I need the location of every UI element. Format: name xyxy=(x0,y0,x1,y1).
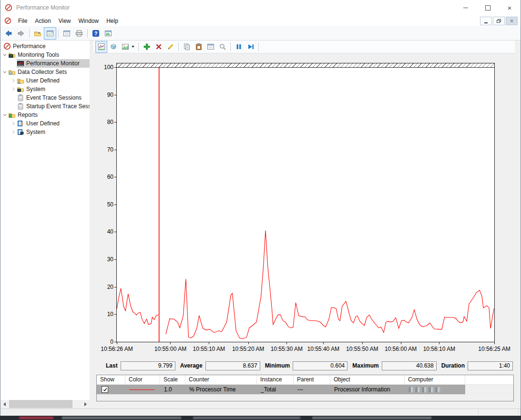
tree-item-content[interactable]: Performance Monitor xyxy=(17,59,90,68)
chevron-down-icon[interactable] xyxy=(1,51,8,59)
legend-column-counter[interactable]: Counter xyxy=(185,375,257,384)
tree-item-content[interactable]: User Defined xyxy=(17,119,90,128)
mdi-window-controls: × xyxy=(480,17,518,25)
folder-system-icon xyxy=(17,85,24,93)
tree-item-performance[interactable]: Performance xyxy=(0,42,90,51)
event-trace-icon: 01 xyxy=(17,94,24,102)
tree-item-content[interactable]: System xyxy=(17,128,90,136)
show-hide-console-tree-button[interactable] xyxy=(31,27,44,40)
stat-value-maximum: 40.638 xyxy=(382,361,437,370)
mdi-close-button[interactable]: × xyxy=(506,17,518,25)
tree-item-content[interactable]: Monitoring Tools xyxy=(8,51,90,59)
tree-item-label: Reports xyxy=(18,112,38,118)
x-axis-label: 10:56:10 AM xyxy=(419,346,459,352)
app-logo-icon-small xyxy=(4,17,11,24)
tree-item-content[interactable]: Data Collector Sets xyxy=(8,68,90,76)
tree-item-startup-event-trace-sessions[interactable]: 01Startup Event Trace Sessions xyxy=(0,102,90,111)
tree-item-user-defined[interactable]: User Defined xyxy=(0,76,90,85)
series-line xyxy=(117,288,158,325)
legend-column-computer[interactable]: Computer xyxy=(405,375,465,384)
tree-indent-spacer xyxy=(10,94,17,102)
y-axis-label: 40 xyxy=(94,228,113,235)
scrollbar-thumb[interactable] xyxy=(9,400,72,408)
menu-window[interactable]: Window xyxy=(75,16,103,26)
tree-item-event-trace-sessions[interactable]: 01Event Trace Sessions xyxy=(0,93,90,102)
y-axis-label: 80 xyxy=(94,119,113,125)
chevron-down-icon[interactable] xyxy=(1,111,8,119)
help-button[interactable]: ? xyxy=(90,27,102,40)
y-axis-label: 10 xyxy=(94,311,113,318)
chevron-right-icon[interactable] xyxy=(10,120,17,127)
scroll-right-arrow[interactable] xyxy=(82,400,90,408)
tree-item-user-defined[interactable]: User Defined xyxy=(0,119,90,128)
printer-icon xyxy=(75,30,83,37)
tree-item-label: Data Collector Sets xyxy=(18,69,67,75)
legend-cell-object: Processor Information xyxy=(330,385,405,394)
tree-item-label: Event Trace Sessions xyxy=(26,94,82,101)
legend-column-parent[interactable]: Parent xyxy=(294,375,330,384)
tree-item-label: Performance Monitor xyxy=(26,60,80,67)
folder-reports-icon xyxy=(8,111,16,119)
chevron-down-icon[interactable] xyxy=(1,68,8,76)
tree-item-data-collector-sets[interactable]: Data Collector Sets xyxy=(0,68,90,76)
legend-column-scale[interactable]: Scale xyxy=(160,375,185,384)
menu-view[interactable]: View xyxy=(55,16,75,26)
forward-button[interactable] xyxy=(15,27,27,40)
back-button[interactable] xyxy=(2,27,15,40)
chevron-right-icon[interactable] xyxy=(10,128,17,136)
legend-column-filler xyxy=(465,375,513,384)
tree-item-content[interactable]: 01Startup Event Trace Sessions xyxy=(17,102,90,111)
tree-item-system[interactable]: System xyxy=(0,85,90,93)
legend-column-color[interactable]: Color xyxy=(125,375,160,384)
x-axis-tick xyxy=(439,342,439,344)
close-button[interactable]: × xyxy=(499,0,521,15)
checkmark-icon xyxy=(102,387,107,392)
tree-item-content[interactable]: Reports xyxy=(8,111,90,119)
chevron-right-icon[interactable] xyxy=(10,85,17,93)
legend-column-instance[interactable]: Instance xyxy=(257,375,294,384)
caption-buttons: × xyxy=(455,0,521,15)
tree-horizontal-scrollbar[interactable] xyxy=(0,400,90,408)
tree-item-content[interactable]: System xyxy=(17,85,90,93)
x-axis-label: 10:55:50 AM xyxy=(342,346,382,352)
console-view-button[interactable] xyxy=(44,27,56,40)
minimize-button[interactable] xyxy=(455,0,477,15)
status-bar-separator xyxy=(478,410,479,415)
menu-file[interactable]: File xyxy=(14,16,31,26)
back-arrow-icon xyxy=(5,30,12,37)
print-button[interactable] xyxy=(73,27,85,40)
tree-item-performance-monitor[interactable]: Performance Monitor xyxy=(0,59,90,68)
tree-item-content[interactable]: Performance xyxy=(3,42,90,51)
scrollbar-track[interactable] xyxy=(9,400,82,408)
status-bar-separator xyxy=(518,410,519,415)
mdi-minimize-button[interactable] xyxy=(480,17,492,25)
blurred-background-content xyxy=(312,417,431,419)
scroll-left-arrow[interactable] xyxy=(0,400,9,408)
show-checkbox[interactable] xyxy=(102,386,108,393)
performance-view-button[interactable] xyxy=(102,27,114,40)
maximize-button[interactable] xyxy=(477,0,499,15)
main-toolbar: ? xyxy=(0,26,521,41)
tree-item-content[interactable]: User Defined xyxy=(17,76,90,85)
x-axis-label: 10:55:00 AM xyxy=(150,346,190,352)
blurred-background-content xyxy=(62,417,181,419)
y-axis-label: 60 xyxy=(94,174,113,180)
x-axis-tick xyxy=(170,342,171,344)
menu-action[interactable]: Action xyxy=(31,16,54,26)
legend-column-object[interactable]: Object xyxy=(330,375,405,384)
legend-column-show[interactable]: Show xyxy=(97,375,125,384)
tree-item-reports[interactable]: Reports xyxy=(0,111,90,119)
panel-splitter[interactable] xyxy=(90,41,93,408)
legend-counter-row[interactable]: 1.0% Processor Time_Total---Processor In… xyxy=(97,385,465,394)
export-window-button[interactable] xyxy=(61,27,73,40)
x-axis-tick xyxy=(286,342,287,344)
chev-down-icon xyxy=(2,69,8,75)
mdi-restore-button[interactable] xyxy=(493,17,505,25)
performance-monitor-icon xyxy=(17,60,24,67)
tree-item-label: Performance xyxy=(13,43,46,50)
menu-help[interactable]: Help xyxy=(102,16,122,26)
tree-item-system[interactable]: System xyxy=(0,128,90,136)
chevron-right-icon[interactable] xyxy=(10,77,17,84)
tree-item-monitoring-tools[interactable]: Monitoring Tools xyxy=(0,51,90,59)
tree-item-content[interactable]: 01Event Trace Sessions xyxy=(17,93,90,102)
